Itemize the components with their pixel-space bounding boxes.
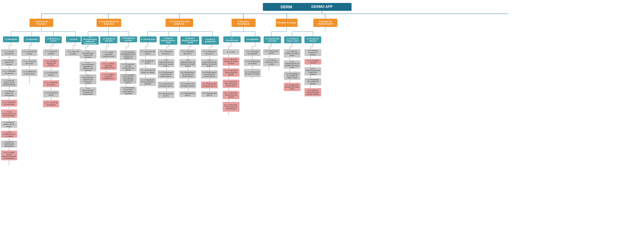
node-3-4-3: 3.4.3 Refinamiento de historias de usuar… bbox=[201, 70, 218, 79]
node-1-3: 1.3 Monitoreo y control bbox=[45, 36, 62, 43]
node-6-2-1: 6.2.1 Plan de pruebas de software bbox=[304, 49, 321, 56]
node-1-1-4-1: 1.1.4.1 Definición las actividades bbox=[1, 100, 17, 107]
node-3-4-5: 3.4.5 Retrospectiva sprint 3 bbox=[201, 91, 218, 97]
node-1-1-3: 1.1.3 Plan de gestión de las comunicacio… bbox=[1, 79, 17, 87]
node-6-1-1: 6.1.1 Plan de pruebas de carga y estrés bbox=[284, 49, 300, 57]
node-3-1-1: 3.1.1 Definición del alcance bbox=[139, 49, 156, 56]
node-3-2: 3.2 Sprint 1 (Registro Médico - Web) bbox=[160, 36, 177, 45]
node-4-1-1-3: 4.1.1.3 AWS EKS - Microservicio de histo… bbox=[223, 80, 240, 88]
node-4-1-1: 4.1.1 AWS bbox=[223, 49, 240, 55]
node-3-2-4: 3.2.4 Revisión del entregable sprint 1 bbox=[158, 81, 174, 88]
node-2-2-1: 2.2.1 Análisis capacidad instalada actua… bbox=[100, 50, 117, 58]
node-2-2-1-1: 2.2.1.1 Análisis capacidad instalada act… bbox=[100, 62, 117, 70]
node-2-1: 2.1 Documentación análisis de infraestru… bbox=[82, 36, 99, 45]
node-1-2-1-1: 1.2.1.1 Dirección del equipo bbox=[21, 59, 38, 66]
group6: 6 Pruebas de implementación bbox=[313, 19, 337, 27]
node-6-1-2: 6.1.2 Implementación de pruebas de carga… bbox=[284, 60, 300, 69]
node-3-4-1: 3.4.1 Planeación del sprint 3 bbox=[201, 49, 218, 56]
node-2-3-4: 2.3.4 Propuesta técnicas de herramientas… bbox=[120, 87, 136, 95]
node-6-1: 6.1 Prueba de carga y estrés bbox=[284, 36, 302, 43]
node-5-1-1: 5.1.1 Manual del usuario bbox=[263, 49, 280, 55]
node-3-3-2: 3.3.2 Implementación de historias de usu… bbox=[179, 59, 196, 67]
node-1-1-4: 1.1.4 Plan la gestión del cronograma bbox=[1, 90, 17, 97]
node-2-1-3: 2.1.3 Documentación anteriores de produc… bbox=[80, 74, 96, 84]
node-3-2-3: 3.2.3 Refinamiento de historias de usuar… bbox=[158, 70, 174, 79]
node-3-3-4: 3.3.4 Revisión del entregable sprint 2 bbox=[179, 81, 196, 88]
node-2-2-1-2: 2.2.1.2 Análisis capacidad instalada fut… bbox=[100, 72, 117, 81]
node-1-1: 1.1 Planeación bbox=[3, 36, 19, 42]
node-1-4: 1.4 Cierre bbox=[66, 36, 81, 42]
node-2-1-2: 2.1.2 Documentación seguridad en platafo… bbox=[80, 62, 96, 71]
diagram-container: DERMO APP bbox=[0, 0, 644, 238]
root-node: DERMO APP bbox=[292, 3, 352, 11]
node-6-1-3: 6.1.3 Resultados de pruebas de carga y e… bbox=[284, 72, 300, 80]
node-2-2: 2.2 Análisis de demanda bbox=[100, 36, 118, 43]
group3: 3. Construcción de la plataforma bbox=[166, 19, 193, 27]
node-3-2-2: 3.2.2 Implementación de historias de usu… bbox=[158, 59, 174, 67]
group2: 2. Documentación de Requisitos bbox=[96, 19, 121, 27]
node-1-1-5-1: 1.1.5.1 Identificación de los riesgos bbox=[1, 131, 17, 138]
node-6-2-2: 6.2.2 Implementación de pruebas de softw… bbox=[304, 67, 321, 76]
node-4-2-2: 4.2.2 Configuración de Firewall bbox=[244, 59, 261, 66]
node-2-3-1: 2.3.1 Propuesta escalabilidad de los ser… bbox=[120, 50, 136, 60]
node-4-1-1-5: 4.1.1.5 AWS EKS - Microservicio de notif… bbox=[223, 102, 240, 112]
node-1-1-6: 1.1.6 Plan la identificación stakeholder… bbox=[1, 141, 17, 147]
node-6-2-3: 6.2.3 Resultados de pruebas de software bbox=[304, 78, 321, 85]
node-2-1-1: 2.1.1 Documentación software de síntomas bbox=[80, 50, 96, 58]
node-1-3-2-1: 1.3.2.1 Validación del alcance bbox=[43, 80, 59, 87]
node-3-2-5: 3.2.5 Retrospectiva sprint 1 bbox=[158, 91, 174, 98]
group1: 1. Gerencia de Proyectos bbox=[30, 19, 53, 27]
node-3-3: 3.3 Sprint 2 (Registro Usuarios - Móvil) bbox=[180, 36, 199, 45]
node-1-2-2: 1.2.2 Gestión del Conocimiento bbox=[21, 69, 38, 76]
group5: 5 Gestión de usuario bbox=[276, 19, 298, 27]
node-3-3-3: 3.3.3 Refinamiento de historias de usuar… bbox=[179, 70, 196, 79]
node-3-4-4: 3.4.4 Revisión del entregable sprint 3 bbox=[201, 81, 218, 88]
node-3-3-5: 3.3.5 Retrospectiva sprint 2 bbox=[179, 91, 196, 97]
node-3-1: 3.1 Fase de inicio bbox=[140, 36, 157, 42]
node-1-4-1: 1.4.1 Cierre del proyecto bbox=[65, 49, 81, 56]
node-3-4: 3.4 Sprint 3 (Integración) bbox=[202, 36, 219, 45]
group4: 4 Recursos Tecnológicos bbox=[232, 19, 256, 27]
node-4-2-3: 4.2.3 Configuración de Roles y accesos bbox=[244, 69, 261, 77]
node-4-2-1: 4.2.1 Certificados de Seguridad bbox=[244, 49, 261, 56]
node-1-3-1-1: 1.3.1.1 Control Integrado de Cambios bbox=[43, 59, 59, 67]
node-1-3-1: 1.3.1 Control de cambios bbox=[43, 49, 59, 56]
node-1-1-4-2: 1.1.4.2 Secuenciación de las actividades bbox=[1, 110, 17, 118]
node-2-1-4: 2.1.4 Documentación protocolo de comunic… bbox=[80, 87, 96, 95]
node-6-1-4: 6.1.4 Ajustes por pruebas del carga y es… bbox=[284, 83, 300, 91]
node-1-1-5: 1.1.5 Plan la gestión de los riesgos bbox=[1, 121, 17, 128]
node-2-3-2: 2.3.2 Propuesta técnicas desempeño del s… bbox=[120, 63, 136, 71]
node-1-2-1: 1.2.1 Dirección del Trabajo bbox=[21, 49, 38, 56]
node-3-1-4: 3.1.4 Preparación de herramientas y ambi… bbox=[139, 78, 156, 86]
node-4-1-1-1: 4.1.1.1 AWS RDS - Motores de bases de da… bbox=[223, 57, 240, 66]
node-1-1-6-1: 1.1.6.1 Análisis para el involucramiento… bbox=[1, 150, 17, 160]
node-6-2-1-1: 6.2.1.1 Pruebas unitarias bbox=[304, 59, 321, 65]
node-3-1-2: 3.1.2 Detalle de alcance bbox=[139, 59, 156, 65]
node-3-4-2: 3.4.2 Implementación de historias de usu… bbox=[201, 59, 218, 67]
node-5-1-2: 5.1.2 Plan de interacción con el usuario bbox=[263, 58, 280, 66]
node-2-3: 2.3 Propuestas técnicas bbox=[120, 36, 137, 42]
node-4-1-1-2: 4.1.1.2 AWS EKS - Microservicio de Regis… bbox=[223, 68, 240, 77]
node-4-1: 4.1 Infraestructura bbox=[223, 36, 240, 42]
node-4-1-1-4: 4.1.1.4 AWS EKS - Microservicio de Agend… bbox=[223, 91, 240, 99]
node-4-2: 4.2 Seguridad bbox=[244, 36, 260, 42]
node-1-2: 1.2 Ejecución bbox=[24, 36, 40, 42]
node-6-2-4: 6.2.4 Ajustes y correcciones por pruebas… bbox=[304, 88, 321, 96]
node-1-1-2-1: 1.1.2.1 Definición del alcance bbox=[1, 69, 17, 76]
node-6-2: 6.2 Prueba de software bbox=[304, 36, 321, 43]
node-5-1: 5.1 Capacitación al usuario bbox=[264, 36, 281, 43]
node-1-3-3: 1.3.3 Control del tiempo bbox=[43, 91, 59, 97]
node-1-1-1: 1.1.1 Acta de constitución bbox=[1, 49, 17, 56]
connector-lines bbox=[0, 0, 644, 238]
node-2-3-3: 2.3.3 Propuesta técnicas de la disponibi… bbox=[120, 74, 136, 84]
node-3-1-3: 3.1.3 Definición del equipo de trabajo bbox=[139, 68, 156, 75]
node-1-3-2: 1.3.2 Control del alcance bbox=[43, 70, 59, 77]
node-3-2-1: 3.2.1 Planeación del sprint 1 bbox=[158, 49, 174, 56]
node-3-3-1: 3.3.1 Planeación del sprint 2 bbox=[179, 49, 196, 56]
node-1-3-3-1: 1.3.3.1 Control del Cronograma bbox=[43, 100, 59, 107]
node-1-1-2: 1.1.2 Plan de gestión del alcance bbox=[1, 59, 17, 66]
